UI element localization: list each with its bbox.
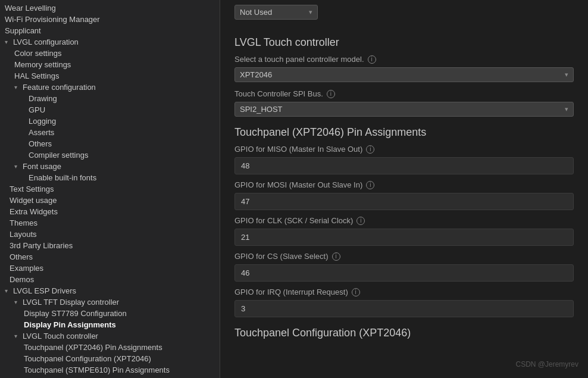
- gpio-clk-label: GPIO for CLK (SCK / Serial Clock) i: [234, 216, 574, 225]
- dropdown-arrow-icon: ▾: [565, 105, 568, 113]
- info-icon-cs[interactable]: i: [332, 252, 340, 261]
- sidebar-item-lvgl-touch[interactable]: ▾ LVGL Touch controller: [0, 330, 220, 342]
- sidebar-item-font-usage[interactable]: ▾ Font usage: [0, 161, 220, 172]
- sidebar-item-text-settings[interactable]: Text Settings: [0, 183, 220, 195]
- top-bar: Not Used ▾: [234, 0, 574, 29]
- sidebar-item-drawing[interactable]: Drawing: [0, 93, 220, 104]
- sidebar-item-lvgl-esp-drivers[interactable]: ▾ LVGL ESP Drivers: [0, 285, 220, 296]
- sidebar-item-others-feature[interactable]: Others: [0, 138, 220, 149]
- sidebar-tree: Wear Levelling Wi-Fi Provisioning Manage…: [0, 2, 220, 376]
- gpio-irq-label: GPIO for IRQ (Interrupt Request) i: [234, 288, 574, 296]
- sidebar-item-asserts[interactable]: Asserts: [0, 127, 220, 138]
- gpio-miso-input[interactable]: [234, 157, 574, 174]
- sidebar-item-hal-settings[interactable]: HAL Settings: [0, 70, 220, 82]
- sidebar-item-supplicant[interactable]: Supplicant: [0, 25, 220, 36]
- sidebar-item-touchpanel-stmpe610[interactable]: Touchpanel (STMPE610) Pin Assignments: [0, 364, 220, 376]
- spi2-host-dropdown[interactable]: SPI2_HOST ▾: [234, 102, 574, 117]
- gpio-irq-input[interactable]: [234, 300, 574, 317]
- touch-config-title: Touchpanel Configuration (XPT2046): [234, 327, 574, 339]
- dropdown-arrow-icon: ▾: [309, 8, 312, 16]
- sidebar-item-touchpanel-config[interactable]: Touchpanel Configuration (XPT2046): [0, 353, 220, 364]
- sidebar-item-compiler-settings[interactable]: Compiler settings: [0, 149, 220, 161]
- sidebar-item-feature-config[interactable]: ▾ Feature configuration: [0, 82, 220, 93]
- select-touch-label: Select a touch panel controller model. i: [234, 55, 574, 64]
- chevron-icon: ▾: [5, 39, 13, 45]
- sidebar-item-extra-widgets[interactable]: Extra Widgets: [0, 206, 220, 217]
- sidebar-item-demos[interactable]: Demos: [0, 274, 220, 285]
- gpio-mosi-label: GPIO for MOSI (Master Out Slave In) i: [234, 180, 574, 189]
- sidebar-item-lvgl-tft[interactable]: ▾ LVGL TFT Display controller: [0, 296, 220, 308]
- sidebar-item-display-st7789[interactable]: Display ST7789 Configuration: [0, 308, 220, 319]
- xpt2046-dropdown[interactable]: XPT2046 ▾: [234, 67, 574, 82]
- info-icon-miso[interactable]: i: [366, 145, 374, 154]
- xpt2046-dropdown-value: XPT2046: [240, 70, 272, 79]
- sidebar-item-gpu[interactable]: GPU: [0, 104, 220, 115]
- sidebar-item-color-settings[interactable]: Color settings: [0, 48, 220, 59]
- gpio-mosi-input[interactable]: [234, 193, 574, 210]
- sidebar-item-lvgl-config[interactable]: ▾ LVGL configuration: [0, 36, 220, 48]
- sidebar-item-layouts[interactable]: Layouts: [0, 229, 220, 240]
- sidebar-item-3rd-party[interactable]: 3rd Party Libraries: [0, 240, 220, 251]
- sidebar: Wear Levelling Wi-Fi Provisioning Manage…: [0, 0, 220, 378]
- sidebar-item-examples[interactable]: Examples: [0, 263, 220, 274]
- info-icon-touch[interactable]: i: [368, 55, 376, 64]
- spi2-host-dropdown-value: SPI2_HOST: [240, 105, 283, 114]
- lvgl-touch-title: LVGL Touch controller: [234, 36, 574, 49]
- sidebar-item-enable-builtin-fonts[interactable]: Enable built-in fonts: [0, 172, 220, 183]
- info-icon-spi[interactable]: i: [327, 90, 335, 98]
- sidebar-item-others-main[interactable]: Others: [0, 251, 220, 263]
- info-icon-irq[interactable]: i: [352, 288, 360, 296]
- chevron-icon: ▾: [14, 163, 23, 170]
- not-used-dropdown[interactable]: Not Used ▾: [234, 5, 318, 20]
- info-icon-mosi[interactable]: i: [366, 181, 374, 189]
- chevron-icon: ▾: [14, 333, 23, 339]
- not-used-dropdown-value: Not Used: [240, 8, 272, 17]
- chevron-icon: ▾: [5, 288, 13, 294]
- sidebar-item-themes[interactable]: Themes: [0, 217, 220, 229]
- sidebar-item-widget-usage[interactable]: Widget usage: [0, 195, 220, 206]
- watermark: CSDN @Jeremyrev: [515, 360, 578, 368]
- gpio-miso-label: GPIO for MISO (Master In Slave Out) i: [234, 145, 574, 154]
- sidebar-item-logging[interactable]: Logging: [0, 115, 220, 127]
- gpio-cs-input[interactable]: [234, 264, 574, 282]
- sidebar-item-display-pin-assignments[interactable]: Display Pin Assignments: [0, 319, 220, 330]
- sidebar-item-memory-settings[interactable]: Memory settings: [0, 59, 220, 70]
- sidebar-item-touchpanel-xpt2046-pin[interactable]: Touchpanel (XPT2046) Pin Assignments: [0, 342, 220, 353]
- info-icon-clk[interactable]: i: [356, 217, 365, 225]
- chevron-icon: ▾: [14, 299, 23, 305]
- gpio-clk-input[interactable]: [234, 229, 574, 246]
- pin-assignments-title: Touchpanel (XPT2046) Pin Assignments: [234, 126, 574, 139]
- main-content: Not Used ▾ LVGL Touch controller Select …: [220, 0, 588, 378]
- spi-bus-label: Touch Controller SPI Bus. i: [234, 89, 574, 98]
- gpio-cs-label: GPIO for CS (Slave Select) i: [234, 252, 574, 261]
- dropdown-arrow-icon: ▾: [565, 71, 568, 79]
- chevron-icon: ▾: [14, 84, 23, 90]
- sidebar-item-wear-levelling[interactable]: Wear Levelling: [0, 2, 220, 14]
- sidebar-item-wifi-provisioning[interactable]: Wi-Fi Provisioning Manager: [0, 14, 220, 25]
